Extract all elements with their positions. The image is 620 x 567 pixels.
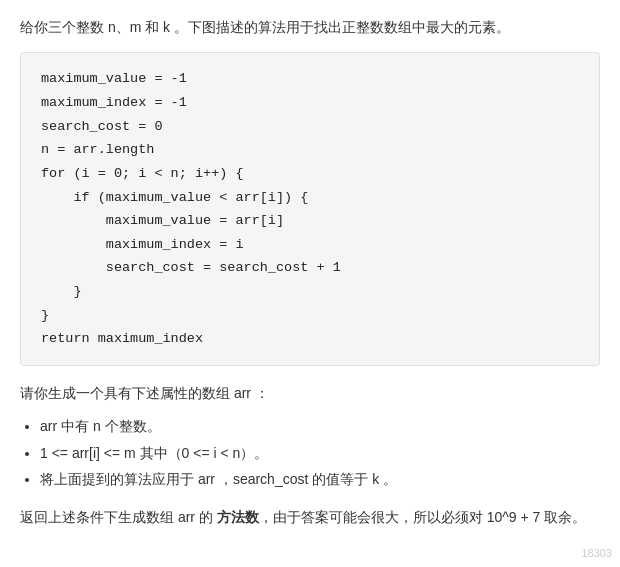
- watermark: 18303: [581, 547, 612, 559]
- list-item: 将上面提到的算法应用于 arr ，search_cost 的值等于 k 。: [40, 467, 600, 492]
- list-item: arr 中有 n 个整数。: [40, 414, 600, 439]
- section-text: 请你生成一个具有下述属性的数组 arr ：: [20, 382, 600, 404]
- bullet-list: arr 中有 n 个整数。1 <= arr[i] <= m 其中（0 <= i …: [40, 414, 600, 492]
- footer-text: 返回上述条件下生成数组 arr 的 方法数，由于答案可能会很大，所以必须对 10…: [20, 506, 600, 528]
- code-block: maximum_value = -1 maximum_index = -1 se…: [20, 52, 600, 366]
- footer-bold: 方法数: [217, 509, 259, 525]
- list-item: 1 <= arr[i] <= m 其中（0 <= i < n）。: [40, 441, 600, 466]
- intro-text: 给你三个整数 n、m 和 k 。下图描述的算法用于找出正整数数组中最大的元素。: [20, 16, 600, 38]
